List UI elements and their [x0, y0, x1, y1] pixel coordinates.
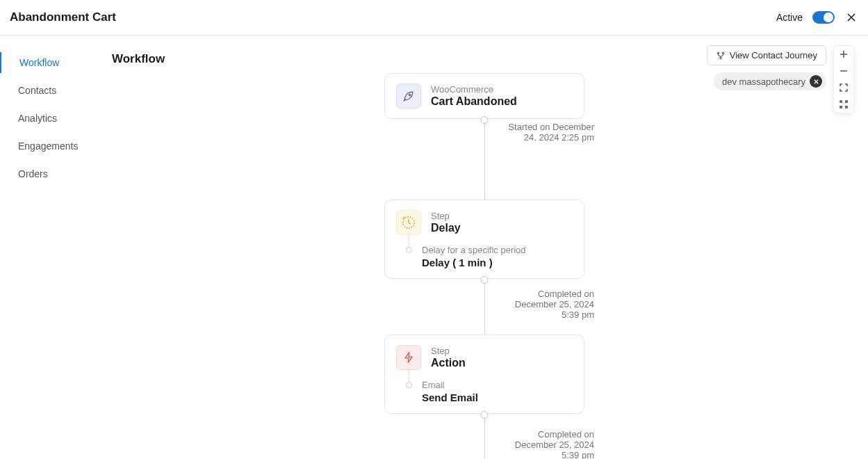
page-title: Abandonment Cart	[10, 10, 116, 24]
svg-point-0	[409, 94, 411, 96]
plus-icon	[840, 50, 848, 58]
sidebar-item-workflow[interactable]: Workflow	[0, 52, 101, 73]
sidebar-item-analytics[interactable]: Analytics	[1, 108, 101, 129]
svg-point-4	[720, 57, 721, 58]
button-label: View Contact Journey	[730, 50, 817, 61]
close-button[interactable]	[844, 10, 858, 24]
sidebar-item-label: Contacts	[18, 85, 56, 96]
connector-dot-icon	[481, 411, 489, 419]
zoom-out-button[interactable]	[834, 63, 853, 79]
sub-dot-icon	[406, 247, 412, 253]
node-sub-title: Send Email	[422, 392, 573, 403]
sidebar-item-label: Orders	[18, 168, 48, 179]
svg-point-3	[722, 52, 723, 54]
fullscreen-button[interactable]	[834, 96, 853, 113]
sidebar-item-orders[interactable]: Orders	[1, 163, 101, 184]
close-icon	[846, 12, 857, 23]
chip-remove-button[interactable]	[810, 75, 822, 88]
sub-dot-icon	[406, 382, 412, 388]
svg-point-2	[717, 52, 719, 54]
expand-icon	[840, 100, 848, 108]
active-toggle[interactable]	[812, 11, 835, 24]
connector	[484, 119, 485, 200]
node-category: Step	[431, 211, 461, 221]
canvas-controls: View Contact Journey dev massapothecary	[707, 45, 854, 113]
rocket-icon	[396, 83, 421, 108]
sidebar: Workflow Contacts Analytics Engagements …	[0, 35, 101, 459]
workflow-node-delay[interactable]: Step Delay Delay for a specific period D…	[384, 200, 584, 279]
node-timestamp: Completed on December 25, 2024 5:39 pm	[504, 429, 594, 459]
sidebar-item-engagements[interactable]: Engagements	[1, 136, 101, 156]
sidebar-item-label: Engagements	[18, 140, 78, 152]
sidebar-item-label: Analytics	[18, 113, 57, 124]
chip-label: dev massapothecary	[722, 76, 805, 87]
node-category: WooCommerce	[431, 84, 517, 95]
sidebar-item-label: Workflow	[19, 57, 59, 68]
zoom-in-button[interactable]	[834, 46, 853, 63]
zoom-panel	[833, 45, 854, 113]
node-title: Delay	[431, 222, 461, 234]
branch-icon	[716, 51, 726, 61]
fit-icon	[840, 83, 848, 92]
active-label: Active	[776, 12, 803, 23]
header-actions: Active	[776, 10, 858, 24]
connector-dot-icon	[481, 116, 489, 124]
connector	[484, 279, 485, 335]
fit-screen-button[interactable]	[834, 79, 853, 96]
clock-icon	[396, 210, 421, 235]
connector-dot-icon	[481, 276, 489, 284]
node-sub-category: Delay for a specific period	[422, 245, 573, 255]
workflow-node-action[interactable]: Step Action Email Send Email	[384, 335, 584, 414]
bolt-icon	[396, 345, 421, 370]
close-icon	[813, 79, 819, 85]
connector	[484, 414, 485, 459]
view-contact-journey-button[interactable]: View Contact Journey	[707, 45, 826, 65]
node-category: Step	[431, 346, 466, 356]
node-title: Cart Abandoned	[431, 95, 517, 108]
header: Abandonment Cart Active	[0, 0, 868, 35]
minus-icon	[840, 67, 848, 75]
node-timestamp: Completed on December 25, 2024 5:39 pm	[504, 289, 594, 320]
sidebar-item-contacts[interactable]: Contacts	[1, 80, 101, 101]
contact-chip[interactable]: dev massapothecary	[714, 72, 826, 90]
node-sub-title: Delay ( 1 min )	[422, 257, 573, 268]
node-title: Action	[431, 357, 466, 369]
workflow-node-trigger[interactable]: WooCommerce Cart Abandoned	[384, 73, 584, 119]
node-timestamp: Started on December 24, 2024 2:25 pm	[504, 122, 594, 143]
node-sub-category: Email	[422, 380, 573, 390]
